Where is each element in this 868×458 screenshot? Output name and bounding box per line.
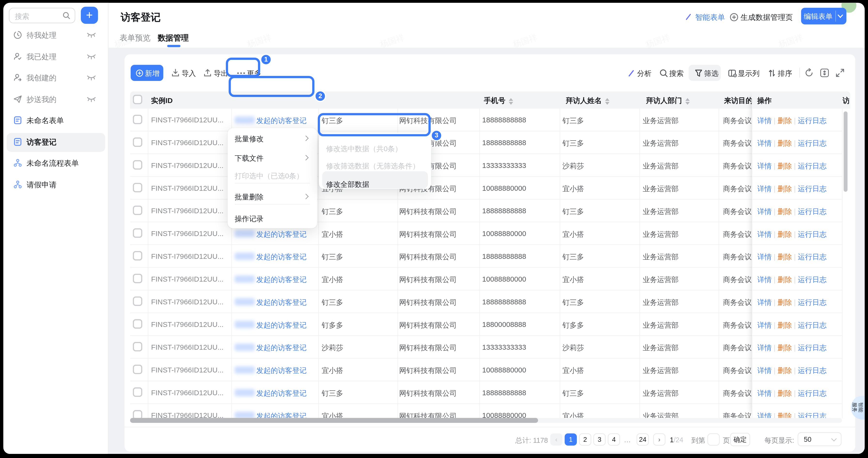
run-log-link[interactable]: 运行日志	[798, 139, 827, 147]
cell-title-link[interactable]: 发起的访客登记	[256, 343, 307, 353]
page-button[interactable]: 2	[579, 433, 591, 446]
eye-closed-icon[interactable]	[86, 75, 96, 81]
fullscreen-icon[interactable]	[835, 68, 845, 78]
goto-page-input[interactable]	[708, 433, 720, 446]
row-checkbox[interactable]	[133, 183, 142, 193]
delete-link[interactable]: 删除	[777, 207, 792, 216]
row-checkbox[interactable]	[133, 228, 142, 238]
row-checkbox[interactable]	[133, 342, 142, 351]
row-checkbox[interactable]	[133, 115, 142, 124]
run-log-link[interactable]: 运行日志	[798, 185, 827, 193]
page-button[interactable]: 1	[565, 433, 577, 446]
horizontal-scrollbar-track[interactable]	[130, 418, 842, 423]
detail-link[interactable]: 详情	[757, 185, 772, 193]
cell-title-link[interactable]: 发起的访客登记	[256, 320, 307, 330]
vertical-scrollbar[interactable]	[843, 112, 847, 192]
delete-link[interactable]: 删除	[777, 276, 792, 284]
sort-arrows-icon[interactable]	[685, 98, 690, 105]
delete-link[interactable]: 删除	[777, 389, 792, 397]
detail-link[interactable]: 详情	[757, 412, 772, 418]
menu-item[interactable]: 操作记录	[235, 210, 310, 227]
cell-title-link[interactable]: 发起的访客登记	[256, 252, 307, 262]
cell-title-link[interactable]: 发起的访客登记	[256, 366, 307, 376]
detail-link[interactable]: 详情	[757, 344, 772, 352]
page-button[interactable]: 24	[637, 433, 649, 446]
tab-data-management[interactable]: 数据管理	[158, 33, 189, 43]
table-row[interactable]: FINST-I7966ID12UU... 发起的访客登记 宜小搭 网钉科技有限公…	[130, 404, 842, 418]
page-button[interactable]: 4	[608, 433, 620, 446]
column-header-purpose[interactable]: 来访目的	[724, 96, 751, 106]
detail-link[interactable]: 详情	[757, 298, 772, 306]
horizontal-scrollbar-thumb[interactable]	[130, 418, 538, 423]
delete-link[interactable]: 删除	[777, 298, 792, 306]
row-checkbox[interactable]	[133, 410, 142, 418]
detail-link[interactable]: 详情	[757, 116, 772, 124]
row-checkbox[interactable]	[133, 160, 142, 170]
run-log-link[interactable]: 运行日志	[798, 276, 827, 284]
delete-link[interactable]: 删除	[777, 162, 792, 170]
table-row[interactable]: FINST-I7966ID12UU... 发起的访客登记 钉三多 网钉科技有限公…	[130, 290, 842, 313]
row-checkbox[interactable]	[133, 319, 142, 328]
row-checkbox[interactable]	[133, 205, 142, 215]
page-button[interactable]: 3	[593, 433, 606, 446]
detail-link[interactable]: 详情	[757, 162, 772, 170]
sort-arrows-icon[interactable]	[509, 98, 513, 105]
table-row[interactable]: FINST-I7966ID12UU... 发起的访客登记 钉多多 网钉科技有限公…	[130, 313, 842, 336]
cell-title-link[interactable]: 发起的访客登记	[256, 297, 307, 308]
row-checkbox[interactable]	[133, 365, 142, 374]
delete-link[interactable]: 删除	[777, 230, 792, 238]
sidebar-form-item[interactable]: 访客登记	[3, 132, 109, 153]
delete-link[interactable]: 删除	[777, 412, 792, 418]
run-log-link[interactable]: 运行日志	[798, 162, 827, 170]
eye-closed-icon[interactable]	[86, 96, 96, 102]
detail-link[interactable]: 详情	[757, 230, 772, 238]
delete-link[interactable]: 删除	[777, 344, 792, 352]
sidebar-nav-item[interactable]: 待我处理	[3, 25, 109, 46]
run-log-link[interactable]: 运行日志	[798, 366, 827, 375]
sidebar-search-input[interactable]: 搜索	[9, 8, 75, 23]
tab-form-preview[interactable]: 表单预览	[120, 33, 151, 43]
eye-closed-icon[interactable]	[86, 32, 96, 38]
edit-form-split-button[interactable]: 编辑表单	[801, 8, 846, 25]
row-checkbox[interactable]	[133, 137, 142, 147]
table-row[interactable]: FINST-I7966ID12UU... 发起的访客登记 宜小搭 网钉科技有限公…	[130, 359, 842, 381]
sidebar-nav-item[interactable]: 我创建的	[3, 67, 109, 89]
cell-title-link[interactable]: 发起的访客登记	[256, 275, 307, 285]
detail-link[interactable]: 详情	[757, 321, 772, 329]
detail-link[interactable]: 详情	[757, 276, 772, 284]
menu-item[interactable]: 批量删除	[235, 189, 310, 205]
row-checkbox[interactable]	[133, 296, 142, 306]
detail-link[interactable]: 详情	[757, 253, 772, 261]
run-log-link[interactable]: 运行日志	[798, 230, 827, 238]
row-checkbox[interactable]	[133, 388, 142, 397]
refresh-icon[interactable]	[804, 68, 814, 78]
generate-data-page-button[interactable]: 生成数据管理页	[730, 13, 793, 23]
run-log-link[interactable]: 运行日志	[798, 321, 827, 329]
run-log-link[interactable]: 运行日志	[798, 116, 827, 124]
delete-link[interactable]: 删除	[777, 185, 792, 193]
delete-link[interactable]: 删除	[777, 253, 792, 261]
sidebar-form-item[interactable]: 未命名流程表单	[3, 153, 109, 174]
submenu-item[interactable]: 修改全部数据	[326, 176, 424, 193]
column-header-visitor_dept[interactable]: 拜访人部门	[646, 96, 690, 106]
cell-title-link[interactable]: 发起的访客登记	[256, 411, 307, 419]
cell-title-link[interactable]: 发起的访客登记	[256, 116, 307, 126]
goto-confirm-button[interactable]: 确定	[730, 433, 750, 446]
create-form-button[interactable]: +	[81, 6, 98, 24]
column-header-phone[interactable]: 手机号	[484, 96, 513, 106]
run-log-link[interactable]: 运行日志	[798, 207, 827, 216]
run-log-link[interactable]: 运行日志	[798, 298, 827, 306]
next-page-button[interactable]: ›	[653, 433, 665, 446]
delete-link[interactable]: 删除	[777, 139, 792, 147]
smart-form-button[interactable]: 智能表单	[685, 13, 725, 23]
table-row[interactable]: FINST-I7966ID12UU... 发起的访客登记 钉三多 网钉科技有限公…	[130, 381, 842, 404]
column-header-visitor_name[interactable]: 拜访人姓名	[566, 96, 610, 106]
eye-closed-icon[interactable]	[86, 54, 96, 60]
cell-title-link[interactable]: 发起的访客登记	[256, 389, 307, 398]
select-all-checkbox[interactable]	[133, 95, 142, 104]
sidebar-nav-item[interactable]: 我已处理	[3, 46, 109, 67]
row-checkbox[interactable]	[133, 251, 142, 260]
sidebar-nav-item[interactable]: 抄送我的	[3, 89, 109, 110]
detail-link[interactable]: 详情	[757, 389, 772, 397]
page-size-select[interactable]: 50	[798, 432, 842, 446]
